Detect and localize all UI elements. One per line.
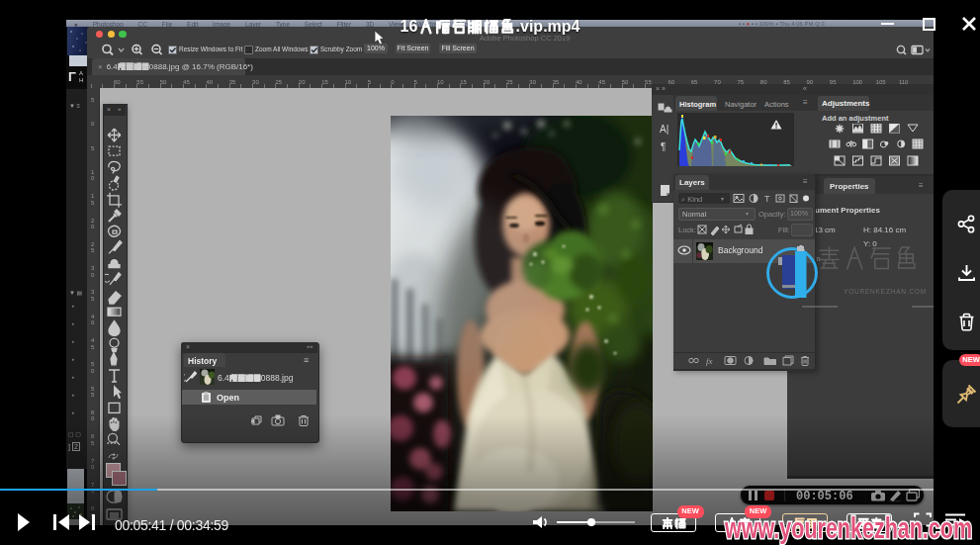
- svg-text:T: T: [764, 194, 770, 204]
- svg-text:fx: fx: [706, 356, 713, 366]
- svg-text:www.yourenkezhan.com: www.yourenkezhan.com: [724, 512, 972, 544]
- svg-text:¶: ¶: [661, 141, 666, 152]
- svg-text:A|: A|: [660, 124, 668, 135]
